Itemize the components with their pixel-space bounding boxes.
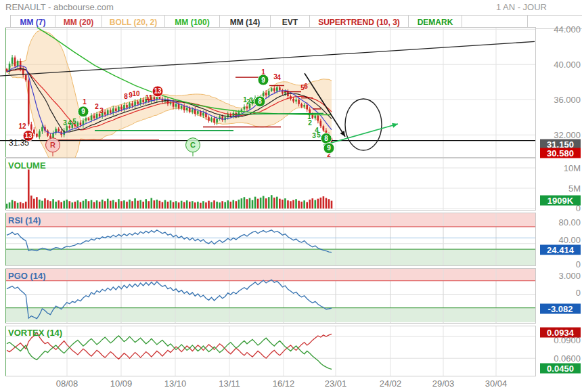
demark-count: 12	[18, 123, 26, 130]
value-badge: 30.580	[540, 148, 581, 158]
demark-count: 11	[146, 94, 153, 102]
svg-text:5: 5	[72, 118, 76, 125]
svg-text:9: 9	[261, 77, 265, 84]
demark-count: 9	[258, 74, 269, 85]
value-badge: 1909K	[540, 196, 581, 206]
demark-count: 9	[78, 106, 89, 117]
svg-text:8: 8	[124, 93, 128, 100]
svg-text:13: 13	[154, 87, 162, 95]
axis-label: 5M	[550, 183, 581, 194]
axis-label: 32.000	[550, 130, 581, 140]
demark-count: 8	[254, 96, 265, 107]
support-line-price-label: 31.35	[9, 138, 29, 148]
axis-label: 40.00	[550, 235, 581, 245]
demark-count: 4	[277, 74, 281, 81]
svg-text:6: 6	[304, 83, 308, 90]
svg-text:2: 2	[308, 119, 312, 127]
svg-text:C: C	[190, 141, 196, 149]
demark-count: 5	[72, 118, 76, 125]
svg-text:3: 3	[312, 132, 316, 139]
vortex-panel-label: VORTEX (14)	[8, 328, 62, 338]
svg-text:12: 12	[18, 123, 26, 130]
axis-label: 0	[550, 288, 581, 298]
svg-text:3: 3	[63, 119, 67, 127]
event-marker-C[interactable]: C	[186, 138, 200, 152]
svg-text:10: 10	[132, 90, 140, 97]
axis-label: 3.000	[550, 271, 581, 281]
svg-text:R: R	[50, 141, 55, 149]
svg-text:11: 11	[146, 94, 153, 102]
date-tick-label: 08/08	[56, 378, 79, 389]
svg-text:4: 4	[68, 119, 72, 127]
pgo-panel[interactable]	[0, 268, 536, 324]
demark-count: 1	[83, 98, 87, 106]
demark-count: 9	[323, 143, 334, 154]
volume-panel[interactable]	[0, 158, 536, 211]
axis-label: 44.000	[550, 24, 581, 35]
date-tick-label: 29/03	[432, 378, 455, 389]
demark-count: 3	[99, 107, 104, 114]
demark-count: 8	[124, 93, 128, 100]
event-marker-R[interactable]: R	[46, 138, 60, 152]
date-tick-label: 30/04	[485, 378, 508, 389]
vortex-panel[interactable]	[0, 326, 536, 376]
stock-chart-app: RENAULT - abcbourse.com 1 AN - JOUR MM (…	[0, 0, 582, 392]
price-panel[interactable]: RC12131238910111313456234591234589124358…	[0, 27, 536, 158]
date-tick-label: 10/09	[110, 378, 133, 389]
value-badge: 0.0934	[540, 328, 581, 338]
demark-count: 8	[321, 133, 332, 144]
svg-text:2: 2	[95, 103, 99, 110]
rsi-panel-label: RSI (14)	[8, 215, 41, 225]
demark-count: 10	[132, 90, 140, 97]
demark-count: 2	[308, 119, 312, 127]
demark-count: 3	[312, 132, 316, 139]
value-badge: 0.0450	[540, 364, 581, 374]
rsi-panel[interactable]	[0, 213, 536, 266]
date-tick-label: 13/11	[219, 378, 240, 389]
axis-label: 36.000	[550, 95, 581, 105]
svg-text:3: 3	[99, 107, 104, 114]
demark-count: 4	[68, 119, 72, 127]
date-tick-label: 13/10	[164, 378, 187, 389]
pgo-panel-label: PGO (14)	[8, 271, 46, 281]
svg-text:8: 8	[324, 135, 328, 142]
value-badge: -3.082	[540, 304, 581, 314]
demark-count: 6	[304, 83, 308, 90]
svg-text:8: 8	[258, 97, 262, 105]
axis-label: 0.0600	[550, 353, 581, 364]
demark-count: 3	[63, 119, 67, 127]
value-badge: 24.414	[540, 245, 581, 255]
demark-count: 13	[152, 86, 163, 97]
svg-text:5: 5	[317, 131, 321, 139]
axis-label: 0	[550, 259, 581, 269]
date-tick-label: 16/12	[273, 378, 295, 389]
axis-label: 10M	[550, 163, 581, 173]
demark-count: 2	[95, 103, 99, 110]
svg-text:9: 9	[327, 144, 331, 152]
demark-count: 5	[317, 131, 321, 139]
date-tick-label: 24/02	[380, 378, 402, 389]
axis-label: 80.00	[550, 217, 581, 227]
timeframe-label: 1 AN - JOUR	[496, 2, 547, 12]
volume-panel-label: VOLUME	[8, 160, 46, 171]
svg-text:1: 1	[83, 98, 87, 106]
axis-label: 40.000	[550, 60, 581, 70]
svg-text:4: 4	[277, 74, 281, 81]
svg-text:9: 9	[81, 108, 85, 115]
date-tick-label: 23/01	[325, 378, 347, 389]
page-title: RENAULT - abcbourse.com	[5, 2, 114, 12]
